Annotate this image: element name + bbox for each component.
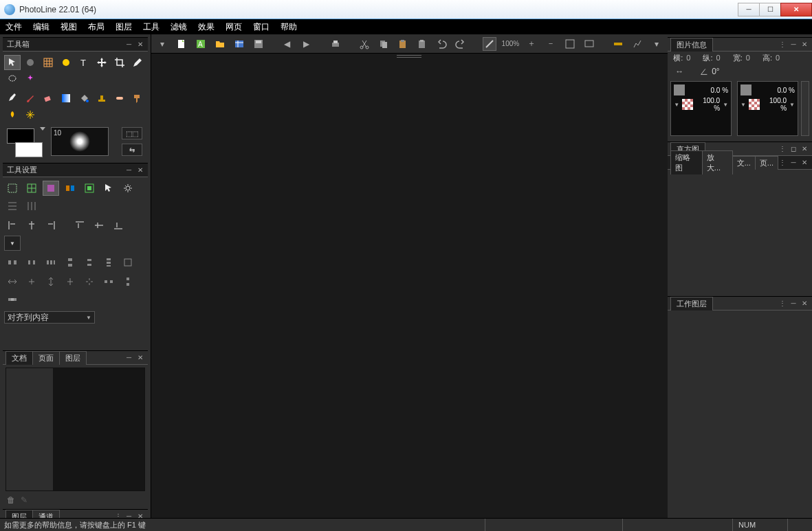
dist-d-icon[interactable] [62, 255, 78, 270]
toggle-b-button[interactable]: ⇆ [122, 144, 142, 156]
dist-e-icon[interactable] [81, 255, 98, 270]
color-swatches[interactable] [6, 127, 47, 156]
panel-close-icon[interactable]: ✕ [800, 144, 809, 154]
ts-grid-b-icon[interactable] [23, 199, 40, 214]
tb-redo-icon[interactable] [454, 37, 468, 51]
tab-document[interactable]: 文档 [6, 351, 33, 365]
align-vcenter-icon[interactable] [91, 218, 107, 233]
space-c-icon[interactable] [43, 274, 59, 289]
align-hcenter-icon[interactable] [23, 218, 40, 233]
background-color-swatch[interactable] [15, 142, 43, 157]
tb-undo-icon[interactable] [435, 37, 448, 51]
menu-layout[interactable]: 布局 [88, 21, 105, 33]
align-to-dropdown[interactable]: 对齐到内容 ▼ [4, 311, 95, 324]
panel-minimize-icon[interactable]: ─ [789, 158, 798, 168]
swatch-dropdown-icon[interactable] [40, 127, 45, 131]
panel-menu-icon[interactable]: ⋮ [778, 40, 787, 49]
ts-sel-e-icon[interactable] [81, 181, 98, 196]
panel-close-icon[interactable]: ✕ [135, 40, 145, 49]
canvas-area[interactable] [151, 54, 668, 518]
ts-sel-a-icon[interactable] [4, 181, 21, 196]
heal-tool-icon[interactable] [111, 91, 128, 106]
gradient-tool-icon[interactable] [58, 91, 74, 106]
dropper-tool-icon[interactable] [4, 91, 21, 106]
tab-channels[interactable]: 通道 [32, 510, 60, 519]
panel-menu-icon[interactable]: ⋮ [778, 144, 787, 154]
panel-close-icon[interactable]: ✕ [135, 353, 145, 363]
minimize-button[interactable]: ─ [738, 3, 760, 16]
tab-image-info[interactable]: 图片信息 [670, 38, 713, 52]
smudge-tool-icon[interactable] [4, 107, 21, 122]
panel-minimize-icon[interactable]: ─ [124, 512, 134, 519]
dist-g-icon[interactable] [120, 255, 136, 270]
brush-preview[interactable]: 10 [51, 127, 109, 156]
panel-menu-icon[interactable]: ⋮ [778, 158, 787, 168]
space-g-icon[interactable] [120, 274, 136, 289]
tb-paste-icon[interactable] [396, 37, 410, 51]
panel-close-icon[interactable]: ✕ [800, 40, 809, 49]
menu-window[interactable]: 窗口 [253, 21, 270, 33]
toggle-a-button[interactable]: ⬚⬚ [122, 127, 142, 139]
tb-cut-icon[interactable] [358, 37, 371, 51]
bucket-tool-icon[interactable] [76, 91, 92, 106]
arrow-leftright-icon[interactable]: ↔ [673, 67, 685, 76]
close-button[interactable]: ✕ [780, 3, 812, 16]
tb-table-icon[interactable] [232, 37, 246, 51]
ellipse-tool-icon[interactable] [22, 55, 39, 70]
spark-tool-icon[interactable] [22, 107, 39, 122]
align-top-icon[interactable] [72, 218, 88, 233]
dist-f-icon[interactable] [100, 255, 117, 270]
tb-levels-icon[interactable] [630, 37, 644, 51]
tab-page[interactable]: 页... [755, 156, 778, 170]
ts-sel-f-icon[interactable] [100, 181, 117, 196]
text-tool-icon[interactable]: T [76, 55, 92, 70]
tab-text[interactable]: 文... [732, 156, 756, 170]
slot-a-caret-icon[interactable]: ▼ [674, 102, 679, 108]
slot-b-caret-icon[interactable]: ▼ [740, 102, 746, 108]
space-e-icon[interactable] [81, 274, 98, 289]
tb-fit-icon[interactable] [563, 37, 577, 51]
panel-minimize-icon[interactable]: ─ [124, 166, 134, 175]
tb-new-icon[interactable] [175, 37, 188, 51]
crop-tool-icon[interactable] [111, 55, 128, 70]
panel-minimize-icon[interactable]: ─ [789, 299, 798, 308]
align-right-icon[interactable] [43, 218, 59, 233]
slot-b-caret2-icon[interactable]: ▼ [789, 102, 795, 108]
tab-page[interactable]: 页面 [32, 351, 60, 365]
space-a-icon[interactable] [4, 274, 21, 289]
ts-sel-d-icon[interactable] [62, 181, 78, 196]
ts-sel-c-icon[interactable] [43, 181, 59, 196]
menu-file[interactable]: 文件 [6, 21, 22, 33]
space-f-icon[interactable] [100, 274, 117, 289]
panel-menu-icon[interactable]: ⋮ [113, 512, 123, 519]
ts-gear-icon[interactable] [120, 181, 136, 196]
panel-expand-icon[interactable]: ◻ [789, 144, 798, 154]
ts-grid-a-icon[interactable] [4, 199, 21, 214]
space-b-icon[interactable] [23, 274, 40, 289]
pointer-tool-icon[interactable] [4, 55, 21, 70]
grid-tool-icon[interactable] [40, 55, 56, 70]
tab-layer[interactable]: 图层 [59, 351, 87, 365]
stamp-tool-icon[interactable] [94, 91, 110, 106]
panel-minimize-icon[interactable]: ─ [124, 40, 134, 49]
paint-tool-icon[interactable] [129, 91, 146, 106]
menu-view[interactable]: 视图 [61, 21, 77, 33]
menu-filter[interactable]: 滤镜 [171, 21, 187, 33]
tb-open-icon[interactable] [213, 37, 227, 51]
panel-close-icon[interactable]: ✕ [800, 299, 809, 308]
dist-c-icon[interactable] [43, 255, 59, 270]
info-slot-scrollbar[interactable] [801, 81, 809, 136]
slot-a-caret2-icon[interactable]: ▼ [723, 102, 728, 108]
tab-layers[interactable]: 图层 [6, 510, 33, 519]
circle-tool-icon[interactable] [58, 55, 74, 70]
tb-prev-icon[interactable]: ◀ [281, 37, 294, 51]
align-bottom-icon[interactable] [110, 218, 127, 233]
dist-b-icon[interactable] [23, 255, 40, 270]
brush-tool-icon[interactable] [22, 91, 39, 106]
panel-minimize-icon[interactable]: ─ [124, 353, 134, 363]
canvas-handle-icon[interactable] [397, 55, 421, 58]
eraser-tool-icon[interactable] [40, 91, 56, 106]
tb-copy-icon[interactable] [377, 37, 391, 51]
panel-menu-icon[interactable]: ⋮ [778, 299, 787, 308]
tb-more-icon[interactable]: ▾ [650, 37, 663, 51]
